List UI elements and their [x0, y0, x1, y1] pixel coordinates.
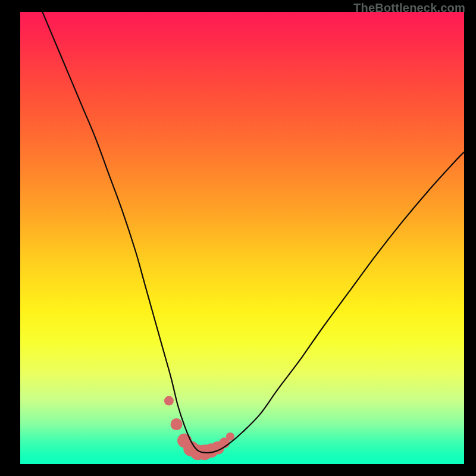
- chart-frame: TheBottleneck.com: [0, 0, 476, 476]
- dot: [171, 418, 183, 430]
- plot-area: [20, 12, 464, 464]
- bottleneck-curve: [42, 12, 464, 453]
- watermark-text: TheBottleneck.com: [353, 1, 465, 15]
- highlighted-dots: [164, 396, 234, 461]
- chart-svg: [20, 12, 464, 464]
- dot: [226, 433, 234, 441]
- dot: [164, 396, 174, 406]
